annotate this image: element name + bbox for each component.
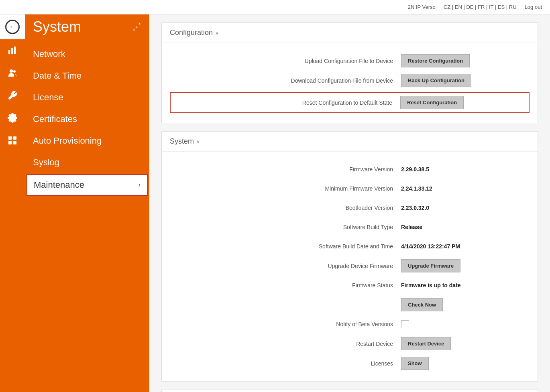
upgrade-firmware-label: Upgrade Device Firmware <box>170 263 401 269</box>
licenses-show-button[interactable]: Show <box>401 357 429 370</box>
system-section-header[interactable]: System ∨ <box>162 132 538 152</box>
sidebar-item-maintenance[interactable]: Maintenance › <box>26 174 148 196</box>
min-firmware-version-label: Minimum Firmware Version <box>170 185 401 192</box>
sidebar-grid-icon[interactable]: ⋰ <box>132 22 141 32</box>
system-section-body: Firmware Version 2.29.0.38.5 Minimum Fir… <box>162 152 538 381</box>
check-now-row: Check Now <box>162 295 538 315</box>
restart-device-button[interactable]: Restart Device <box>401 337 451 350</box>
reset-config-row: Reset Configuration to Default State Res… <box>170 92 530 113</box>
device-name: 2N IP Verso <box>408 4 436 10</box>
users-icon[interactable] <box>0 62 25 84</box>
configuration-section-header[interactable]: Configuration ∨ <box>162 23 538 43</box>
bootloader-version-text: 2.23.0.32.0 <box>401 205 429 211</box>
firmware-status-value: Firmware is up to date <box>401 282 521 288</box>
restart-device-label: Restart Device <box>170 341 401 347</box>
sidebar-item-certificates-label: Certificates <box>33 114 77 124</box>
check-now-button[interactable]: Check Now <box>401 298 443 311</box>
upload-config-label: Upload Configuration File to Device <box>170 58 401 64</box>
firmware-version-text: 2.29.0.38.5 <box>401 166 429 173</box>
restore-configuration-button[interactable]: Restore Configuration <box>401 54 470 67</box>
licenses-row: Licenses Show <box>162 353 538 373</box>
usage-statistics-section: Usage Statistics ∨ <box>161 390 538 392</box>
configuration-section-title: Configuration <box>170 28 213 37</box>
nav-sidebar: System ⋰ Network Date & Time License Cer… <box>25 14 149 392</box>
sidebar-item-license-label: License <box>33 92 63 103</box>
sidebar-item-syslog[interactable]: Syslog <box>25 152 149 173</box>
firmware-version-label: Firmware Version <box>170 166 401 173</box>
beta-versions-checkbox[interactable] <box>401 320 409 328</box>
nav-items: Network Date & Time License Certificates… <box>25 43 149 197</box>
build-type-text: Release <box>401 224 422 230</box>
download-config-label: Download Configuration File from Device <box>170 77 401 84</box>
firmware-status-text: Firmware is up to date <box>401 282 461 288</box>
svg-rect-1 <box>11 48 13 54</box>
back-arrow-icon: ← <box>5 20 20 34</box>
build-type-value: Release <box>401 224 521 230</box>
bootloader-version-value: 2.23.0.32.0 <box>401 205 521 211</box>
sidebar-item-autoprovisioning[interactable]: Auto Provisioning <box>25 130 149 152</box>
firmware-status-label: Firmware Status <box>170 282 401 288</box>
svg-point-3 <box>10 69 13 73</box>
language-selector[interactable]: CZ | EN | DE | FR | IT | ES | RU <box>444 4 517 10</box>
sidebar-item-license[interactable]: License <box>25 87 149 108</box>
sidebar-item-datetime-label: Date & Time <box>33 71 81 81</box>
upgrade-firmware-button[interactable]: Upgrade Firmware <box>401 259 460 272</box>
svg-rect-7 <box>13 136 16 140</box>
sidebar-title: System <box>33 18 81 35</box>
sidebar-item-network[interactable]: Network <box>25 43 149 65</box>
usage-statistics-section-header[interactable]: Usage Statistics ∨ <box>162 390 538 392</box>
reset-configuration-button[interactable]: Reset Configuration <box>400 96 464 109</box>
stats-icon[interactable] <box>0 39 25 62</box>
logout-button[interactable]: Log out <box>525 4 542 10</box>
build-date-label: Software Build Date and Time <box>170 243 401 250</box>
upgrade-firmware-value: Upgrade Firmware <box>401 259 521 272</box>
build-type-label: Software Build Type <box>170 224 401 230</box>
licenses-value: Show <box>401 357 521 370</box>
sidebar-item-maintenance-label: Maintenance <box>34 180 84 190</box>
system-chevron-icon: ∨ <box>196 139 200 144</box>
apps-grid-icon[interactable] <box>0 129 25 152</box>
beta-versions-value <box>401 320 521 328</box>
system-section-title: System <box>170 137 194 146</box>
reset-config-label: Reset Configuration to Default State <box>179 100 400 106</box>
sidebar-item-network-label: Network <box>33 49 65 59</box>
content-area: Configuration ∨ Upload Configuration Fil… <box>149 14 550 392</box>
restart-device-value: Restart Device <box>401 337 521 350</box>
restart-device-row: Restart Device Restart Device <box>162 334 538 353</box>
beta-versions-row: Notify of Beta Versions <box>162 315 538 334</box>
reset-config-value: Reset Configuration <box>400 96 521 109</box>
main-layout: ← System ⋰ Network Date & Time <box>0 14 550 392</box>
svg-rect-6 <box>8 136 12 140</box>
svg-rect-9 <box>13 141 16 144</box>
download-config-value: Back Up Configuration <box>401 74 521 87</box>
min-firmware-version-value: 2.24.1.33.12 <box>401 185 521 192</box>
system-section: System ∨ Firmware Version 2.29.0.38.5 Mi… <box>161 131 538 382</box>
build-date-row: Software Build Date and Time 4/14/2020 1… <box>162 237 538 256</box>
backup-configuration-button[interactable]: Back Up Configuration <box>401 74 471 87</box>
upload-config-row: Upload Configuration File to Device Rest… <box>162 51 538 71</box>
gear-icon[interactable] <box>0 107 25 129</box>
back-button[interactable]: ← <box>0 14 25 39</box>
bootloader-version-row: Bootloader Version 2.23.0.32.0 <box>162 198 538 217</box>
svg-point-4 <box>13 70 16 73</box>
sidebar-item-autoprovisioning-label: Auto Provisioning <box>33 136 102 146</box>
beta-versions-label: Notify of Beta Versions <box>170 321 401 327</box>
configuration-chevron-icon: ∨ <box>215 30 219 36</box>
licenses-label: Licenses <box>170 360 401 367</box>
svg-rect-2 <box>14 47 16 54</box>
svg-rect-8 <box>8 141 12 144</box>
min-firmware-version-text: 2.24.1.33.12 <box>401 185 432 192</box>
configuration-section-body: Upload Configuration File to Device Rest… <box>162 43 538 123</box>
sidebar-item-certificates[interactable]: Certificates <box>25 108 149 130</box>
firmware-version-row: Firmware Version 2.29.0.38.5 <box>162 160 538 179</box>
download-config-row: Download Configuration File from Device … <box>162 71 538 90</box>
sidebar-item-datetime[interactable]: Date & Time <box>25 65 149 87</box>
configuration-section: Configuration ∨ Upload Configuration Fil… <box>161 22 538 123</box>
sidebar-item-syslog-label: Syslog <box>33 157 59 168</box>
upload-config-value: Restore Configuration <box>401 54 521 67</box>
bootloader-version-label: Bootloader Version <box>170 205 401 211</box>
min-firmware-version-row: Minimum Firmware Version 2.24.1.33.12 <box>162 179 538 198</box>
upgrade-firmware-row: Upgrade Device Firmware Upgrade Firmware <box>162 256 538 276</box>
build-date-text: 4/14/2020 13:22:47 PM <box>401 243 460 250</box>
tools-icon[interactable] <box>0 84 25 107</box>
